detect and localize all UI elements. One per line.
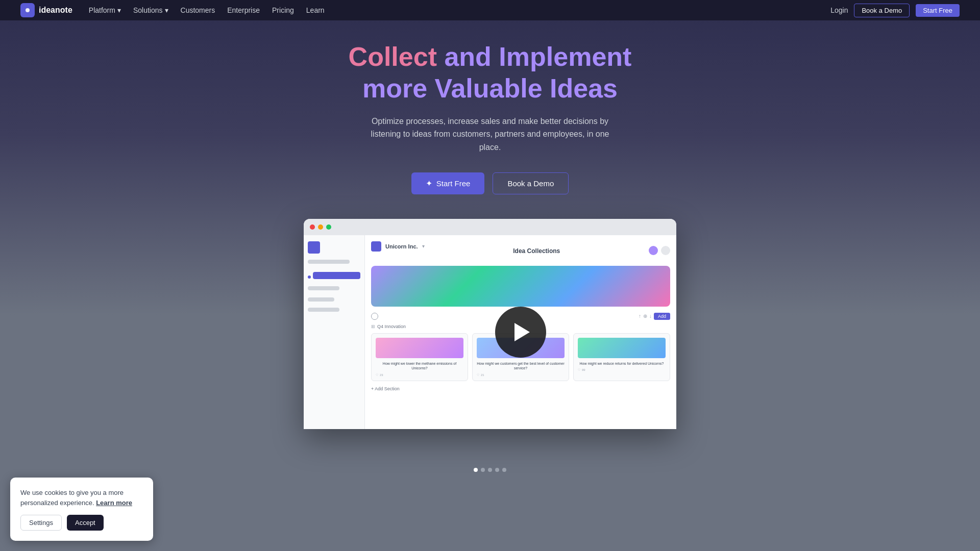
preview-main: Unicorn Inc. ▾ Idea Collections	[365, 235, 676, 429]
preview-card-3: How might we reduce returns for delivere…	[573, 333, 670, 382]
company-logo-icon	[371, 241, 381, 252]
filter-icon: ⊕	[643, 313, 647, 319]
sidebar-bar-2	[308, 286, 339, 290]
sidebar-bar-3	[308, 297, 334, 302]
sparkle-icon: ✦	[426, 179, 432, 188]
preview-settings-icon	[661, 246, 670, 255]
chevron-down-icon: ▾	[165, 6, 168, 14]
heart-icon: ♡	[376, 373, 378, 377]
hero-title-collect: Collect	[349, 42, 437, 71]
preview-user-icon	[649, 246, 658, 255]
preview-header-icons	[649, 246, 670, 255]
hero-buttons: ✦ Start Free Book a Demo	[411, 172, 569, 194]
nav-links: Platform ▾ Solutions ▾ Customers Enterpr…	[89, 6, 325, 14]
login-button[interactable]: Login	[830, 6, 848, 14]
card-meta-1: ♡ 23	[376, 373, 463, 377]
sidebar-logo	[308, 241, 320, 254]
sidebar-dot-row	[308, 272, 360, 282]
preview-sidebar	[304, 235, 365, 429]
nav-pricing[interactable]: Pricing	[272, 6, 294, 14]
company-name: Unicorn Inc.	[385, 243, 418, 249]
nav-platform[interactable]: Platform ▾	[89, 6, 121, 14]
hero-section: Collect and Implement more Valuable Idea…	[0, 0, 980, 449]
dot-5[interactable]	[502, 468, 506, 472]
titlebar-dot-red	[310, 224, 315, 230]
card-meta-3: ♡ 99	[578, 368, 666, 371]
play-triangle-icon	[514, 323, 530, 341]
card-meta-2: ♡ 21	[477, 373, 565, 377]
hero-title-valuable: Valuable Ideas	[435, 73, 618, 103]
sidebar-active-item	[313, 272, 360, 279]
download-icon: ↓	[649, 313, 652, 319]
dot-1[interactable]	[474, 468, 478, 472]
navbar-right: Login Book a Demo Start Free	[830, 4, 960, 17]
hero-subtitle: Optimize processes, increase sales and m…	[368, 115, 612, 154]
navbar: ideanote Platform ▾ Solutions ▾ Customer…	[0, 0, 980, 20]
sidebar-active-dot	[308, 276, 311, 279]
preview-titlebar	[304, 219, 676, 235]
sidebar-bar-1	[308, 260, 350, 264]
svg-point-0	[26, 8, 30, 12]
company-row: Unicorn Inc. ▾	[371, 241, 425, 252]
heart-icon: ♡	[578, 368, 580, 371]
dot-4[interactable]	[495, 468, 499, 472]
heart-icon: ♡	[477, 373, 479, 377]
nav-enterprise[interactable]: Enterprise	[227, 6, 260, 14]
book-demo-button-hero[interactable]: Book a Demo	[493, 172, 569, 194]
dot-3[interactable]	[488, 468, 492, 472]
cookie-accept-button[interactable]: Accept	[67, 515, 104, 531]
hero-title: Collect and Implement more Valuable Idea…	[349, 41, 632, 105]
sidebar-bar-4	[308, 308, 339, 312]
card-banner-1	[376, 338, 463, 358]
hero-title-rest2: more	[362, 73, 435, 103]
add-button[interactable]: Add	[654, 313, 670, 320]
card-banner-3	[578, 338, 666, 358]
dot-2[interactable]	[481, 468, 485, 472]
card-text-3: How might we reduce returns for delivere…	[578, 361, 666, 366]
card-text-2: How might we customers get the best leve…	[477, 361, 565, 371]
card-text-1: How might we lower the methane emissions…	[376, 361, 463, 371]
add-section[interactable]: + Add Section	[371, 386, 670, 391]
preview-card-1: How might we lower the methane emissions…	[371, 333, 468, 382]
preview-body: Unicorn Inc. ▾ Idea Collections	[304, 235, 676, 429]
preview-title: Idea Collections	[513, 247, 560, 255]
nav-learn[interactable]: Learn	[306, 6, 325, 14]
chevron-down-icon: ▾	[117, 6, 121, 14]
titlebar-dot-yellow	[318, 224, 323, 230]
section-icon: ⊞	[371, 324, 375, 329]
logo[interactable]: ideanote	[20, 3, 72, 17]
logo-text: ideanote	[39, 6, 72, 15]
book-demo-button-nav[interactable]: Book a Demo	[854, 4, 910, 17]
hero-title-rest1: and Implement	[437, 42, 631, 71]
play-button[interactable]	[495, 307, 546, 358]
learn-more-link[interactable]: Learn more	[96, 499, 132, 507]
sort-icon: ↑	[639, 313, 641, 319]
cookie-buttons: Settings Accept	[20, 515, 143, 531]
section-text: Q4 Innovation	[377, 324, 406, 329]
nav-customers[interactable]: Customers	[181, 6, 215, 14]
navbar-left: ideanote Platform ▾ Solutions ▾ Customer…	[20, 3, 325, 17]
preview-header-bar: Unicorn Inc. ▾ Idea Collections	[371, 241, 670, 260]
nav-solutions[interactable]: Solutions ▾	[133, 6, 168, 14]
titlebar-dot-green	[326, 224, 331, 230]
cookie-text: We use cookies to give you a more person…	[20, 488, 143, 508]
logo-icon	[20, 3, 35, 17]
app-preview: Unicorn Inc. ▾ Idea Collections	[304, 219, 676, 429]
start-free-button-hero[interactable]: ✦ Start Free	[411, 172, 485, 194]
toolbar-icons: ↑ ⊕ ↓ Add	[639, 313, 670, 320]
preview-banner	[371, 266, 670, 307]
cookie-settings-button[interactable]: Settings	[20, 515, 62, 531]
search-icon	[371, 313, 378, 320]
cookie-banner: We use cookies to give you a more person…	[10, 478, 153, 541]
start-free-button-nav[interactable]: Start Free	[916, 4, 960, 17]
